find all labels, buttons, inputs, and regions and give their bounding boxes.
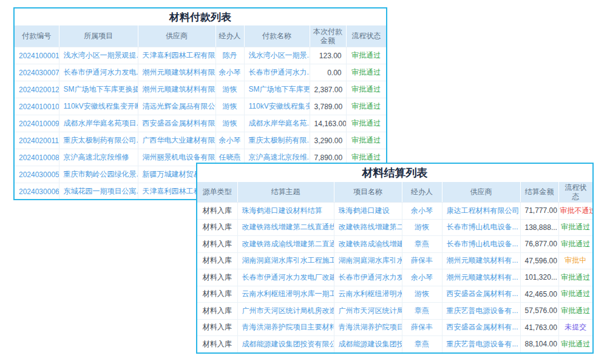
cell-handler[interactable]: 游恢 <box>402 286 442 303</box>
cell-handler[interactable]: 章燕 <box>402 236 442 253</box>
cell-amount: 57,576.00 <box>520 303 558 320</box>
cell-handler[interactable]: 薛保丰 <box>402 252 442 269</box>
cell-supplier[interactable]: 潮州元顺建筑材料有... <box>442 252 520 269</box>
cell-payment-id[interactable]: 2024010010 <box>15 98 59 115</box>
cell-handler[interactable]: 章燕 <box>402 336 442 353</box>
cell-supplier[interactable]: 长春市博山机电设备... <box>442 236 520 253</box>
cell-payment-id[interactable]: 2024030007 <box>15 64 59 81</box>
cell-supplier[interactable]: 天津嘉利园林工程有限... <box>138 47 215 64</box>
payment-table-header-row: 付款编号所属项目供应商经办人付款名称本次付款金额流程状态 <box>15 25 386 47</box>
status-flow-status: 审批通过 <box>558 269 592 286</box>
cell-handler[interactable]: 余小琴 <box>402 203 442 220</box>
cell-supplier[interactable]: 清远光辉金属品有限公司 <box>138 98 215 115</box>
cell-source-type: 材料入库 <box>197 236 237 253</box>
cell-project-name[interactable]: 成都能源建设集团投资有... <box>334 336 402 353</box>
table-row: 材料入库云南水利枢纽潜明水库一期工程施...云南水利枢纽潜明水库一...游恢西安… <box>197 286 592 303</box>
cell-project-name[interactable]: 长春市伊通河水力发电... <box>59 64 138 81</box>
cell-supplier[interactable]: 重庆艺普电源设备有... <box>442 336 520 353</box>
cell-payment-id[interactable]: 2024020012 <box>15 81 59 98</box>
cell-supplier[interactable]: 广西华电大业建材有限... <box>138 132 215 149</box>
cell-settlement-subject[interactable]: 成都能源建设集团投资有限公司临... <box>237 336 334 353</box>
cell-project-name[interactable]: 东城花园一期项目公寓... <box>59 183 138 200</box>
cell-handler[interactable]: 游恢 <box>215 81 244 98</box>
cell-project-name[interactable]: 京沪高速北京段维修 <box>59 149 138 166</box>
cell-supplier[interactable]: 康达工程材料有限公司 <box>442 203 520 220</box>
cell-payment-name[interactable]: 重庆太极制药有限... <box>244 132 310 149</box>
status-flow-status: 审批通过 <box>558 336 592 353</box>
cell-settlement-subject[interactable]: 广州市天河区统计局机房改造项目... <box>237 303 334 320</box>
cell-project-name[interactable]: 云南水利枢纽潜明水库一... <box>334 286 402 303</box>
table-row: 材料入库长春市伊通河水力发电厂改建工程...长春市伊通河水力发电厂...余小琴潮… <box>197 269 592 286</box>
cell-handler[interactable]: 游恢 <box>215 98 244 115</box>
status-flow-status: 审批通过 <box>346 115 386 132</box>
cell-supplier[interactable]: 潮州元顺建筑材料有限... <box>138 64 215 81</box>
cell-supplier[interactable]: 潮州元顺建筑材料有限... <box>138 81 215 98</box>
column-header-handler: 经办人 <box>215 25 244 47</box>
cell-payment-id[interactable]: 2024030006 <box>15 183 59 200</box>
cell-handler[interactable]: 游恢 <box>402 219 442 236</box>
cell-project-name[interactable]: 青海洪湖养护院项目 <box>334 319 402 336</box>
cell-source-type: 材料入库 <box>197 203 237 220</box>
cell-source-type: 材料入库 <box>197 219 237 236</box>
cell-handler[interactable]: 余小琴 <box>215 132 244 149</box>
column-header-settlement-subject: 结算主题 <box>237 182 334 203</box>
cell-project-name[interactable]: 湖南洞庭湖水库引水工程... <box>334 252 402 269</box>
cell-project-name[interactable]: SM广场地下车库更换摄... <box>59 81 138 98</box>
cell-settlement-subject[interactable]: 云南水利枢纽潜明水库一期工程施... <box>237 286 334 303</box>
cell-payment-name[interactable]: 110kV安徽线程集变... <box>244 98 310 115</box>
status-flow-status: 审批通过 <box>558 286 592 303</box>
cell-payment-name[interactable]: 浅水湾小区一期景... <box>244 47 310 64</box>
cell-supplier[interactable]: 潮州元顺建筑材料有... <box>442 269 520 286</box>
cell-source-type: 材料入库 <box>197 269 237 286</box>
settlement-table-header-row: 源单类型结算主题项目名称经办人供应商结算金额流程状态 <box>197 182 592 203</box>
cell-handler[interactable]: 游恢 <box>215 115 244 132</box>
cell-amount: 41,763.00 <box>520 319 558 336</box>
cell-payment-name[interactable]: 长春市伊通河水力... <box>244 64 310 81</box>
column-header-source-type: 源单类型 <box>197 182 237 203</box>
cell-handler[interactable]: 陈丹 <box>215 47 244 64</box>
table-row: 材料入库成都能源建设集团投资有限公司临...成都能源建设集团投资有...章燕重庆… <box>197 336 592 353</box>
cell-payment-id[interactable]: 2024010009 <box>15 115 59 132</box>
cell-handler[interactable]: 余小琴 <box>215 64 244 81</box>
cell-payment-id[interactable]: 2024030005 <box>15 166 59 183</box>
cell-handler[interactable]: 章燕 <box>402 303 442 320</box>
cell-settlement-subject[interactable]: 湖南洞庭湖水库引水工程施工I标材... <box>237 252 334 269</box>
column-header-flow-status: 流程状态 <box>558 182 592 203</box>
cell-project-name[interactable]: 长春市伊通河水力发电厂... <box>334 269 402 286</box>
cell-supplier[interactable]: 重庆艺普电源设备有... <box>442 303 520 320</box>
cell-project-name[interactable]: 广州市天河区统计局机房... <box>334 303 402 320</box>
cell-supplier[interactable]: 长春市博山机电设备... <box>442 219 520 236</box>
cell-project-name[interactable]: 重庆市鹅岭公园绿化景... <box>59 166 138 183</box>
cell-settlement-subject[interactable]: 珠海鹤港口建设材料结算 <box>237 203 334 220</box>
cell-settlement-subject[interactable]: 改建铁路成渝线增建第二直通线（... <box>237 236 334 253</box>
payment-list-title: 材料付款列表 <box>15 8 386 25</box>
cell-supplier[interactable]: 西安盛器金属材料有... <box>442 286 520 303</box>
cell-amount: 88,104.00 <box>520 336 558 353</box>
cell-supplier[interactable]: 西安盛器金属材料有限... <box>138 115 215 132</box>
cell-supplier[interactable]: 西安盛器金属材料有... <box>442 319 520 336</box>
cell-payment-id[interactable]: 2024020011 <box>15 132 59 149</box>
table-row: 2024100001浅水湾小区一期景观提...天津嘉利园林工程有限...陈丹浅水… <box>15 47 386 64</box>
cell-handler[interactable]: 余小琴 <box>402 269 442 286</box>
cell-handler[interactable]: 薛保丰 <box>402 319 442 336</box>
cell-project-name[interactable]: 浅水湾小区一期景观提... <box>59 47 138 64</box>
status-flow-status: 审批通过 <box>346 132 386 149</box>
cell-settlement-subject[interactable]: 长春市伊通河水力发电厂改建工程... <box>237 269 334 286</box>
column-header-flow-status: 流程状态 <box>346 25 386 47</box>
cell-project-name[interactable]: 珠海鹤港口建设 <box>334 203 402 220</box>
cell-settlement-subject[interactable]: 改建铁路线增建第二线直通线（成... <box>237 219 334 236</box>
cell-project-name[interactable]: 成都水岸华庭名苑项目... <box>59 115 138 132</box>
cell-project-name[interactable]: 改建铁路线增建第二线直... <box>334 219 402 236</box>
cell-payment-id[interactable]: 2024010008 <box>15 149 59 166</box>
cell-project-name[interactable]: 重庆太极制药有限公司... <box>59 132 138 149</box>
cell-amount: 71,777.00 <box>520 203 558 220</box>
cell-payment-id[interactable]: 2024100001 <box>15 47 59 64</box>
cell-amount: 14,163.00 <box>310 115 346 132</box>
cell-project-name[interactable]: 改建铁路成渝线增建第二... <box>334 236 402 253</box>
cell-project-name[interactable]: 110kV安徽线程集变开断... <box>59 98 138 115</box>
cell-payment-name[interactable]: SM广场地下车库更... <box>244 81 310 98</box>
settlement-table: 源单类型结算主题项目名称经办人供应商结算金额流程状态 材料入库珠海鹤港口建设材料… <box>197 182 592 353</box>
cell-settlement-subject[interactable]: 青海洪湖养护院项目主要材料结算 <box>237 319 334 336</box>
cell-payment-name[interactable]: 成都水岸华庭名苑... <box>244 115 310 132</box>
table-row: 2024020011重庆太极制药有限公司...广西华电大业建材有限...余小琴重… <box>15 132 386 149</box>
